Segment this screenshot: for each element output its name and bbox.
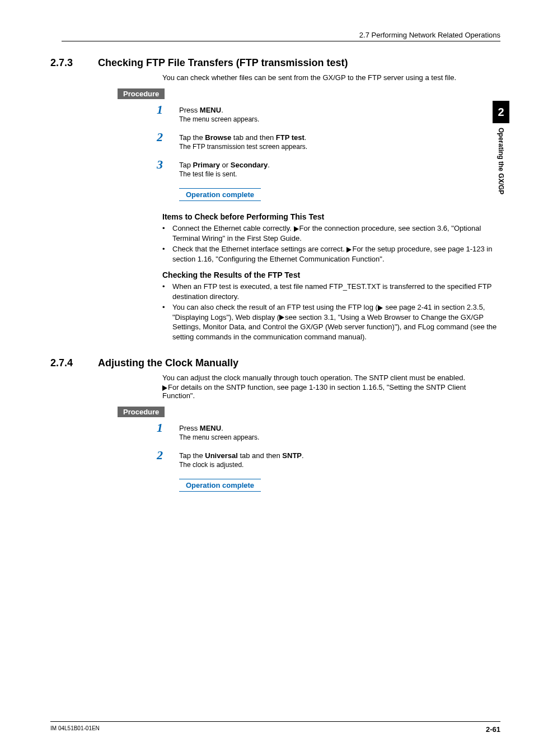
step-273-3: 3 Tap Primary or Secondary. The test fil…	[157, 158, 500, 178]
step-sub: The clock is adjusted.	[179, 461, 304, 469]
step-text: Press	[179, 106, 200, 114]
procedure-label-273: Procedure	[118, 88, 165, 99]
bullet-icon: •	[162, 302, 172, 342]
footer-page-number: 2-61	[486, 725, 500, 734]
intro-273: You can check whether files can be sent …	[162, 73, 500, 82]
side-tab: 2 Operating the GX/GP	[493, 101, 509, 194]
triangle-icon	[279, 315, 284, 320]
step-body: Tap Primary or Secondary. The test file …	[179, 158, 270, 178]
step-number: 2	[157, 449, 179, 461]
step-number: 1	[157, 422, 179, 434]
intro-274a: You can adjust the clock manually throug…	[162, 374, 500, 382]
step-bold: MENU	[200, 106, 221, 114]
step-bold: FTP test	[276, 133, 305, 142]
page-footer: IM 04L51B01-01EN 2-61	[50, 721, 500, 734]
list-item: • Connect the Ethernet cable correctly. …	[162, 223, 500, 243]
intro-274b: For details on the SNTP function, see pa…	[162, 383, 500, 400]
header-section-label: 2.7 Performing Network Related Operation…	[50, 31, 500, 39]
step-body: Press MENU. The menu screen appears.	[179, 422, 259, 441]
list-item: • Check that the Ethernet interface sett…	[162, 244, 500, 264]
step-bold: SNTP	[282, 451, 302, 460]
heading-273-title: Checking FTP File Transfers (FTP transmi…	[98, 57, 348, 69]
step-273-1: 1 Press MENU. The menu screen appears.	[157, 104, 500, 123]
bullets-check-before: • Connect the Ethernet cable correctly. …	[162, 223, 500, 264]
heading-274: 2.7.4 Adjusting the Clock Manually	[50, 357, 500, 369]
bullet-icon: •	[162, 244, 172, 264]
step-number: 2	[157, 131, 179, 143]
step-text: .	[302, 451, 304, 460]
step-text: tab and then	[238, 451, 283, 460]
step-text: .	[221, 424, 223, 432]
procedure-label-274: Procedure	[118, 407, 165, 417]
footer-doc-id: IM 04L51B01-01EN	[50, 725, 100, 734]
subhead-check-results: Checking the Results of the FTP Test	[162, 270, 500, 279]
step-bold: Secondary	[231, 161, 268, 169]
step-text: tab and then	[231, 133, 276, 142]
list-item: • You can also check the result of an FT…	[162, 302, 500, 342]
list-item: • When an FTP test is executed, a test f…	[162, 282, 500, 301]
step-number: 3	[157, 158, 179, 171]
operation-complete-274: Operation complete	[179, 479, 261, 492]
bullet-text: When an FTP test is executed, a test fil…	[172, 282, 500, 301]
bullet-text: Check that the Ethernet interface settin…	[172, 244, 500, 264]
step-text: Tap the	[179, 133, 205, 142]
bullet-text: You can also check the result of an FTP …	[172, 302, 500, 342]
heading-274-title: Adjusting the Clock Manually	[98, 357, 238, 369]
step-sub: The menu screen appears.	[179, 115, 259, 123]
step-number: 1	[157, 104, 179, 116]
bullet-text: Connect the Ethernet cable correctly. Fo…	[172, 223, 500, 243]
heading-274-num: 2.7.4	[50, 357, 98, 369]
side-tab-text: Operating the GX/GP	[497, 128, 505, 194]
step-text: or	[220, 161, 231, 169]
step-body: Tap the Browse tab and then FTP test. Th…	[179, 131, 307, 151]
step-text: Tap the	[179, 451, 205, 460]
header-divider	[62, 41, 500, 41]
step-sub: The FTP transmission test screen appears…	[179, 143, 307, 151]
heading-273: 2.7.3 Checking FTP File Transfers (FTP t…	[50, 57, 500, 69]
step-274-2: 2 Tap the Universal tab and then SNTP. T…	[157, 449, 500, 469]
side-tab-number: 2	[493, 101, 509, 123]
bullets-check-results: • When an FTP test is executed, a test f…	[162, 282, 500, 342]
step-text: Press	[179, 424, 200, 432]
heading-273-num: 2.7.3	[50, 57, 98, 69]
triangle-icon	[294, 226, 299, 232]
step-text: .	[221, 106, 223, 114]
step-text: .	[305, 133, 307, 142]
step-bold: MENU	[200, 424, 221, 432]
operation-complete-273: Operation complete	[179, 188, 261, 201]
triangle-icon	[346, 247, 352, 253]
step-body: Tap the Universal tab and then SNTP. The…	[179, 449, 304, 469]
step-body: Press MENU. The menu screen appears.	[179, 104, 259, 123]
triangle-icon	[378, 305, 383, 311]
step-text: Tap	[179, 161, 193, 169]
step-sub: The test file is sent.	[179, 170, 270, 178]
step-274-1: 1 Press MENU. The menu screen appears.	[157, 422, 500, 441]
triangle-icon	[162, 385, 167, 391]
bullet-icon: •	[162, 223, 172, 243]
subhead-check-before: Items to Check before Performing This Te…	[162, 212, 500, 221]
step-bold: Browse	[205, 133, 231, 142]
step-bold: Primary	[193, 161, 220, 169]
bullet-icon: •	[162, 282, 172, 301]
step-sub: The menu screen appears.	[179, 433, 259, 441]
step-273-2: 2 Tap the Browse tab and then FTP test. …	[157, 131, 500, 151]
step-text: .	[268, 161, 270, 169]
step-bold: Universal	[205, 451, 238, 460]
